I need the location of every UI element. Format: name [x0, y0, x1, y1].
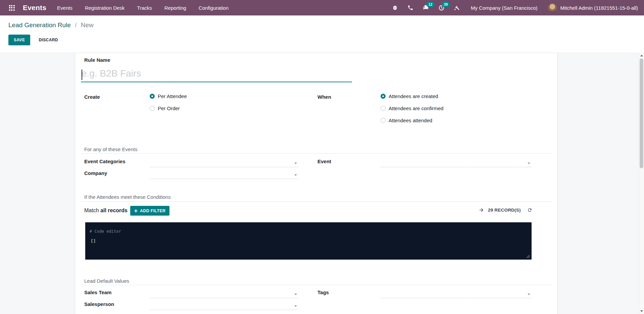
defaults-section-title: Lead Default Values: [84, 278, 129, 284]
radio-attendees-created[interactable]: Attendees are created: [381, 93, 438, 99]
bug-icon: [392, 5, 398, 11]
section-divider: [81, 285, 552, 285]
radio-selected-icon[interactable]: [381, 94, 386, 99]
sales-team-label: Sales Team: [84, 289, 111, 295]
radio-unselected-icon[interactable]: [381, 106, 386, 111]
debug-button[interactable]: [392, 4, 398, 11]
resize-handle-icon[interactable]: [525, 253, 530, 258]
scrollbar-thumb[interactable]: [640, 58, 643, 168]
top-navbar: Events Events Registration Desk Tracks R…: [0, 0, 644, 15]
match-mode: all records: [100, 208, 128, 213]
refresh-button[interactable]: [527, 208, 532, 213]
messages-badge: 12: [426, 2, 435, 7]
control-panel: Lead Generation Rule / New SAVE DISCARD: [0, 15, 644, 53]
apps-menu-button[interactable]: [6, 2, 17, 13]
section-divider: [81, 153, 552, 153]
form-sheet: Rule Name Create Per Attendee Per Order …: [75, 53, 558, 314]
refresh-icon: [527, 208, 532, 213]
apps-grid-icon: [9, 5, 15, 11]
rule-name-input[interactable]: [81, 66, 352, 82]
chevron-down-icon: [528, 163, 530, 164]
events-section-title: For any of these Events: [84, 146, 137, 152]
breadcrumb-current: New: [81, 21, 94, 29]
user-avatar[interactable]: [548, 3, 557, 12]
chevron-down-icon: [294, 294, 297, 295]
messages-button[interactable]: 12: [423, 4, 429, 11]
domain-code-editor[interactable]: # Code editor []: [85, 222, 532, 260]
radio-unselected-icon[interactable]: [381, 118, 386, 123]
voip-button[interactable]: [407, 4, 414, 11]
menu-item-registration-desk[interactable]: Registration Desk: [85, 5, 125, 11]
main-menu: Events Registration Desk Tracks Reportin…: [57, 5, 229, 11]
event-label: Event: [317, 159, 331, 164]
rule-name-label: Rule Name: [84, 57, 110, 63]
phone-icon: [407, 5, 413, 11]
breadcrumb-separator: /: [75, 21, 77, 29]
sales-team-field[interactable]: [150, 289, 298, 298]
support-tools-button[interactable]: [453, 4, 460, 11]
control-panel-buttons: SAVE DISCARD: [8, 35, 644, 45]
salesperson-field[interactable]: [150, 301, 298, 310]
form-content: Rule Name Create Per Attendee Per Order …: [0, 53, 644, 314]
menu-item-configuration[interactable]: Configuration: [199, 5, 229, 11]
event-field[interactable]: [381, 159, 532, 167]
company-field[interactable]: [150, 170, 298, 179]
chevron-down-icon: [294, 305, 297, 307]
vertical-scrollbar[interactable]: [639, 53, 644, 314]
scroll-down-button[interactable]: [639, 309, 644, 314]
menu-item-tracks[interactable]: Tracks: [137, 5, 152, 11]
salesperson-label: Salesperson: [84, 301, 114, 307]
code-editor-value: []: [91, 238, 96, 243]
company-label: Company: [84, 170, 107, 176]
records-button[interactable]: 29 RECORD(S): [477, 207, 523, 213]
radio-per-order[interactable]: Per Order: [150, 105, 180, 111]
triangle-up-icon: [640, 55, 643, 56]
user-menu[interactable]: Mitchell Admin (11821551-15-0-all): [548, 3, 638, 12]
topbar-right-group: 12 39 My Company (San Francisco) Mitchel…: [392, 3, 640, 12]
radio-attendees-attended[interactable]: Attendees attended: [381, 118, 432, 123]
tags-field[interactable]: [381, 289, 532, 298]
company-switcher[interactable]: My Company (San Francisco): [469, 5, 539, 11]
menu-item-reporting[interactable]: Reporting: [164, 5, 186, 11]
radio-attendees-confirmed[interactable]: Attendees are confirmed: [381, 105, 443, 111]
activities-badge: 39: [442, 2, 450, 7]
radio-selected-icon[interactable]: [150, 94, 155, 99]
chevron-down-icon: [294, 163, 297, 164]
create-label: Create: [84, 94, 100, 100]
section-divider: [81, 201, 552, 202]
chevron-down-icon: [528, 294, 530, 295]
tools-icon: [454, 5, 460, 11]
code-editor-comment: # Code editor: [90, 229, 121, 234]
event-categories-label: Event Categories: [84, 159, 126, 164]
match-records-text: Match all records: [84, 208, 128, 214]
app-title: Events: [23, 4, 46, 12]
activities-button[interactable]: 39: [438, 4, 445, 11]
discard-button[interactable]: DISCARD: [37, 37, 60, 43]
when-label: When: [317, 94, 331, 100]
record-count-group: 29 RECORD(S): [477, 207, 532, 213]
breadcrumb-lead-generation-rule[interactable]: Lead Generation Rule: [8, 21, 71, 29]
text-cursor: [82, 70, 82, 80]
menu-item-events[interactable]: Events: [57, 5, 72, 11]
chevron-down-icon: [294, 174, 297, 176]
radio-per-attendee[interactable]: Per Attendee: [150, 93, 187, 99]
plus-icon: [134, 209, 138, 213]
arrow-right-icon: [479, 207, 484, 213]
scroll-up-button[interactable]: [639, 53, 644, 58]
save-button[interactable]: SAVE: [8, 35, 30, 45]
breadcrumb: Lead Generation Rule / New: [8, 21, 644, 29]
tags-label: Tags: [317, 289, 329, 295]
triangle-down-icon: [640, 310, 643, 312]
event-categories-field[interactable]: [150, 159, 298, 167]
add-filter-button[interactable]: ADD FILTER: [130, 206, 169, 216]
user-name[interactable]: Mitchell Admin (11821551-15-0-all): [560, 5, 638, 11]
conditions-section-title: If the Attendees meet these Conditions: [84, 194, 171, 200]
radio-unselected-icon[interactable]: [150, 106, 155, 111]
odoo-events-lead-rule-screen: Events Events Registration Desk Tracks R…: [0, 0, 644, 314]
